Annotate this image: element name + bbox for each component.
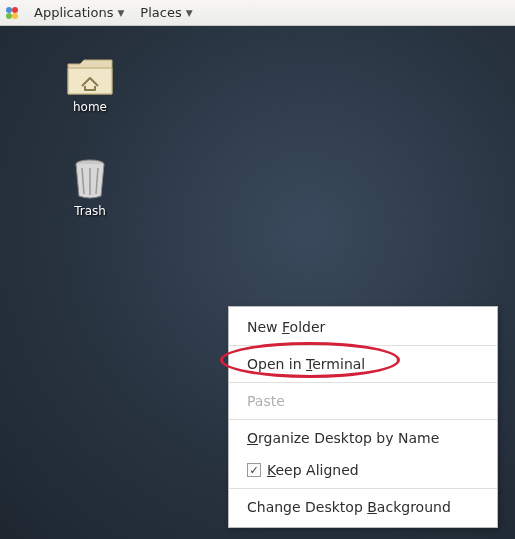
menu-organize-by-name[interactable]: Organize Desktop by Name [229, 422, 497, 454]
checkbox-checked-icon: ✓ [247, 463, 261, 477]
menu-paste-label: Paste [247, 393, 285, 409]
menu-new-folder-label: New Folder [247, 319, 325, 335]
menu-separator [229, 488, 497, 489]
chevron-down-icon: ▼ [117, 8, 124, 18]
menu-open-in-terminal-label: Open in Terminal [247, 356, 365, 372]
top-panel: Applications ▼ Places ▼ [0, 0, 515, 26]
menu-keep-aligned[interactable]: ✓ Keep Aligned [229, 454, 497, 486]
menu-new-folder[interactable]: New Folder [229, 311, 497, 343]
folder-home-icon [50, 56, 130, 96]
applications-menu[interactable]: Applications ▼ [26, 0, 132, 25]
home-desktop-icon[interactable]: home [50, 56, 130, 114]
places-menu[interactable]: Places ▼ [132, 0, 200, 25]
menu-change-background[interactable]: Change Desktop Background [229, 491, 497, 523]
trash-icon-label: Trash [50, 204, 130, 218]
chevron-down-icon: ▼ [186, 8, 193, 18]
menu-separator [229, 419, 497, 420]
applications-menu-label: Applications [34, 5, 113, 20]
menu-organize-label: Organize Desktop by Name [247, 430, 439, 446]
trash-desktop-icon[interactable]: Trash [50, 156, 130, 218]
distro-logo-icon [4, 5, 20, 21]
desktop-context-menu: New Folder Open in Terminal Paste Organi… [228, 306, 498, 528]
menu-separator [229, 345, 497, 346]
places-menu-label: Places [140, 5, 181, 20]
trash-icon [50, 156, 130, 200]
svg-point-0 [6, 7, 12, 13]
desktop-area[interactable]: home Trash New Folder Open in Terminal P… [0, 26, 515, 539]
menu-paste: Paste [229, 385, 497, 417]
menu-keep-aligned-label: Keep Aligned [267, 462, 359, 478]
menu-separator [229, 382, 497, 383]
menu-change-background-label: Change Desktop Background [247, 499, 451, 515]
svg-point-2 [6, 13, 12, 19]
menu-open-in-terminal[interactable]: Open in Terminal [229, 348, 497, 380]
svg-point-1 [12, 7, 18, 13]
svg-point-3 [12, 13, 18, 19]
home-icon-label: home [50, 100, 130, 114]
